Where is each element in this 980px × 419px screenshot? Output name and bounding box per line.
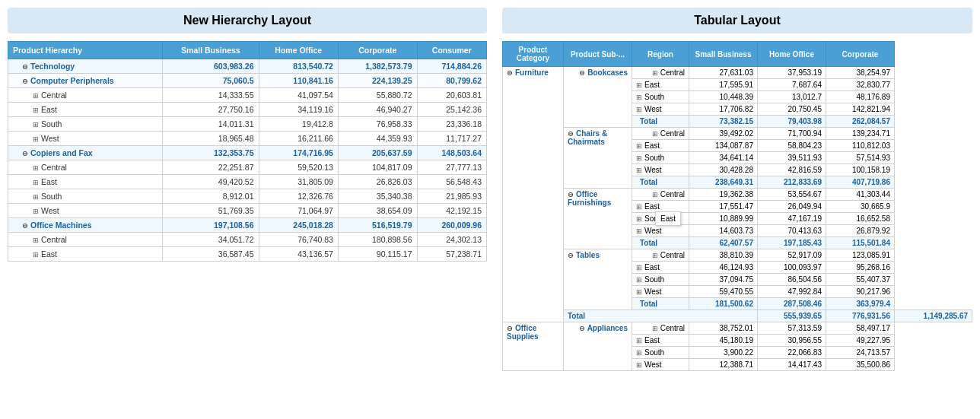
cell-value: 41,097.54: [259, 88, 338, 103]
table-row: ⊞Central34,051.7276,740.83180,898.5624,3…: [8, 233, 487, 247]
expand-icon[interactable]: ⊖: [579, 325, 585, 332]
expand-icon[interactable]: ⊞: [33, 236, 39, 244]
expand-icon[interactable]: ⊞: [636, 288, 642, 296]
expand-icon[interactable]: ⊞: [33, 92, 39, 100]
cell-value: 38,254.97: [826, 67, 895, 79]
table-row: ⊖Technology603,983.26813,540.721,382,573…: [8, 59, 487, 74]
region-cell: ⊞West: [632, 225, 689, 237]
table-row: ⊞Central22,251.8759,520.13104,817.0927,7…: [8, 160, 487, 175]
left-section-title: New Hierarchy Layout: [8, 8, 487, 33]
cell-value: 100,093.97: [758, 262, 826, 274]
expand-icon[interactable]: ⊞: [636, 361, 642, 369]
cell-value: 34,641.14: [689, 152, 758, 164]
expand-icon[interactable]: ⊞: [636, 349, 642, 357]
cell-value: 71,064.97: [259, 204, 338, 218]
expand-icon[interactable]: ⊞: [636, 142, 642, 150]
expand-icon[interactable]: ⊞: [636, 106, 642, 113]
cell-value: 39,492.02: [689, 128, 758, 140]
expand-icon[interactable]: ⊞: [33, 208, 39, 215]
expand-icon[interactable]: ⊞: [652, 252, 658, 259]
cell-value: 30,956.55: [758, 335, 826, 347]
expand-icon[interactable]: ⊞: [636, 337, 642, 344]
expand-icon[interactable]: ⊞: [652, 191, 658, 198]
expand-icon[interactable]: ⊖: [22, 78, 28, 85]
cell-value: 37,953.19: [758, 67, 826, 79]
total-label: Total: [632, 116, 689, 128]
expand-icon[interactable]: ⊞: [652, 130, 658, 138]
cell-value: 57,514.93: [826, 152, 895, 164]
expand-icon[interactable]: ⊞: [652, 325, 658, 332]
cell-value: 110,812.03: [826, 140, 895, 152]
expand-icon[interactable]: ⊞: [33, 251, 39, 259]
cell-value: 55,880.72: [338, 88, 417, 103]
table-row: ⊖Office Machines197,108.56245,018.28516,…: [8, 218, 487, 233]
cell-value: 56,548.43: [417, 175, 486, 189]
cell-value: 18,965.48: [163, 132, 259, 146]
expand-icon[interactable]: ⊞: [33, 164, 39, 172]
expand-icon[interactable]: ⊖: [507, 69, 513, 77]
expand-icon[interactable]: ⊖: [22, 150, 28, 157]
expand-icon[interactable]: ⊞: [33, 121, 39, 129]
cell-value: 13,012.7: [758, 91, 826, 103]
grand-total-row: Total555,939.65776,931.561,149,285.67: [503, 310, 972, 322]
subcategory-cell: ⊖Office Furnishings: [564, 189, 632, 249]
total-value: 238,649.31: [689, 176, 758, 189]
table-row: ⊞West18,965.4816,211.6644,359.9311,717.2…: [8, 132, 487, 146]
cell-value: 34,051.72: [163, 233, 259, 247]
cell-value: 174,716.95: [259, 146, 338, 160]
cell-value: 10,889.99: [689, 213, 758, 225]
total-value: 287,508.46: [758, 298, 826, 310]
expand-icon[interactable]: ⊞: [636, 94, 642, 101]
col-header-small-business: Small Business: [163, 42, 259, 59]
cell-value: 26,826.03: [338, 175, 417, 189]
col-header-hierarchy: Product Hierarchy: [8, 42, 163, 59]
expand-icon[interactable]: ⊞: [33, 135, 39, 143]
cell-value: 14,333.55: [163, 88, 259, 103]
expand-icon[interactable]: ⊞: [636, 167, 642, 174]
cell-value: 76,958.33: [338, 117, 417, 132]
expand-icon[interactable]: ⊖: [568, 191, 574, 198]
cell-value: 45,180.19: [689, 335, 758, 347]
region-cell: ⊞West: [632, 103, 689, 116]
grand-total-label: Total: [564, 310, 758, 322]
total-value: 363,979.4: [826, 298, 895, 310]
cell-value: 19,362.38: [689, 189, 758, 201]
expand-icon[interactable]: ⊞: [636, 227, 642, 235]
table-row: ⊞East49,420.5231,805.0926,826.0356,548.4…: [8, 175, 487, 189]
expand-icon[interactable]: ⊞: [636, 215, 642, 223]
cell-value: 7,687.64: [758, 79, 826, 91]
expand-icon[interactable]: ⊖: [568, 130, 574, 138]
region-cell: ⊞East: [632, 79, 689, 91]
cell-value: 27,750.16: [163, 103, 259, 117]
expand-icon[interactable]: ⊞: [636, 154, 642, 162]
expand-icon[interactable]: ⊖: [22, 222, 28, 230]
table-row: ⊞East36,587.4543,136.5790,115.1757,238.7…: [8, 247, 487, 262]
expand-icon[interactable]: ⊞: [636, 276, 642, 284]
cell-value: 813,540.72: [259, 59, 338, 74]
expand-icon[interactable]: ⊖: [568, 252, 574, 259]
total-label: Total: [632, 176, 689, 189]
expand-icon[interactable]: ⊞: [33, 179, 39, 186]
row-label: ⊞West: [8, 132, 163, 146]
cell-value: 180,898.56: [338, 233, 417, 247]
expand-icon[interactable]: ⊞: [33, 193, 39, 201]
cell-value: 75,060.5: [163, 74, 259, 88]
cell-value: 46,940.27: [338, 103, 417, 117]
expand-icon[interactable]: ⊞: [636, 203, 642, 211]
expand-icon[interactable]: ⊞: [636, 81, 642, 89]
expand-icon[interactable]: ⊞: [33, 106, 39, 114]
expand-icon[interactable]: ⊖: [22, 63, 28, 71]
table-row: ⊖Office Supplies ⊖Appliances ⊞Central38,…: [503, 322, 972, 335]
expand-icon[interactable]: ⊞: [636, 264, 642, 271]
cell-value: 31,805.09: [259, 175, 338, 189]
region-cell: ⊞South: [632, 274, 689, 286]
subcategory-cell: ⊖Tables: [564, 249, 632, 310]
row-label: ⊞South: [8, 189, 163, 204]
cell-value: 110,841.16: [259, 74, 338, 88]
cell-value: 86,504.56: [758, 274, 826, 286]
expand-icon[interactable]: ⊖: [579, 69, 585, 77]
cell-value: 205,637.59: [338, 146, 417, 160]
expand-icon[interactable]: ⊞: [652, 69, 658, 77]
expand-icon[interactable]: ⊖: [507, 325, 513, 332]
cell-value: 47,167.19: [758, 213, 826, 225]
